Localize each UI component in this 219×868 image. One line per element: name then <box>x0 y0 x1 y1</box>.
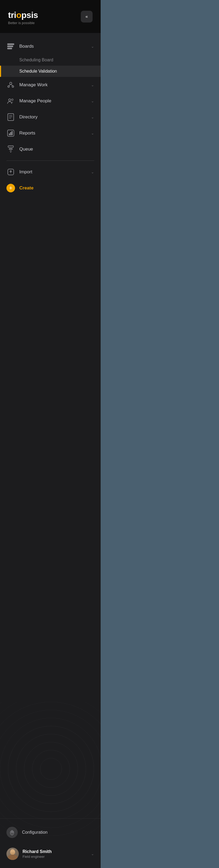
logo-dot: o <box>17 10 22 20</box>
chevron-down-icon: ⌄ <box>91 115 94 119</box>
chevron-down-icon: ⌄ <box>91 83 94 87</box>
svg-point-39 <box>11 832 13 833</box>
svg-point-43 <box>8 855 18 860</box>
queue-icon <box>6 145 15 154</box>
sidebar-item-import[interactable]: Import ⌄ <box>0 164 101 180</box>
manage-work-icon <box>6 81 15 89</box>
user-profile[interactable]: Richard Smith Field engineer ⌄ <box>6 845 94 863</box>
svg-rect-16 <box>10 132 11 135</box>
user-role: Field engineer <box>23 855 91 859</box>
svg-rect-15 <box>9 133 10 135</box>
svg-line-6 <box>8 84 11 86</box>
sidebar-item-scheduling-board[interactable]: Scheduling Board <box>0 54 101 66</box>
sidebar-item-import-label: Import <box>19 169 91 175</box>
sidebar-item-schedule-validation[interactable]: Schedule Validation <box>0 66 101 77</box>
user-name: Richard Smith <box>23 849 91 854</box>
create-plus-icon: + <box>6 184 15 192</box>
svg-point-8 <box>8 99 11 101</box>
create-button[interactable]: + Create <box>0 180 101 196</box>
sidebar-item-boards-label: Boards <box>19 44 91 49</box>
chevron-down-icon: ⌄ <box>91 131 94 135</box>
chevron-down-icon: ⌄ <box>91 852 94 856</box>
layers-icon <box>6 42 15 51</box>
gear-icon <box>6 827 18 838</box>
directory-icon <box>6 113 15 121</box>
svg-point-3 <box>10 82 12 84</box>
user-info: Richard Smith Field engineer <box>23 849 91 859</box>
sidebar-item-boards[interactable]: Boards ⌄ <box>0 38 101 54</box>
sidebar-footer: Configuration Richard Smith Field engine… <box>0 818 101 868</box>
chevron-down-icon: ⌄ <box>91 170 94 174</box>
svg-rect-10 <box>8 114 14 121</box>
logo: triopsis <box>8 11 38 19</box>
nav-divider <box>6 160 94 161</box>
sidebar-item-queue[interactable]: Queue <box>0 141 101 157</box>
logo-section: triopsis Better is possible <box>8 11 38 25</box>
svg-point-4 <box>8 86 9 87</box>
sidebar-item-manage-people-label: Manage People <box>19 98 91 104</box>
nav-section: Boards ⌄ Scheduling Board Schedule Valid… <box>0 33 101 818</box>
svg-rect-17 <box>11 131 12 135</box>
sidebar-item-queue-label: Queue <box>19 147 94 152</box>
svg-line-7 <box>11 84 13 86</box>
logo-tagline: Better is possible <box>8 21 35 25</box>
sidebar-item-manage-work[interactable]: Manage Work ⌄ <box>0 77 101 93</box>
sidebar-item-scheduling-board-label: Scheduling Board <box>19 58 53 62</box>
reports-icon <box>6 129 15 137</box>
svg-rect-0 <box>7 43 14 45</box>
configuration-item[interactable]: Configuration <box>6 824 94 841</box>
configuration-label: Configuration <box>22 830 48 835</box>
import-icon <box>6 168 15 176</box>
svg-point-9 <box>11 99 13 100</box>
avatar-image <box>6 848 19 860</box>
svg-rect-1 <box>7 45 13 47</box>
sidebar: triopsis Better is possible « Boards ⌄ S… <box>0 0 101 868</box>
avatar <box>6 848 19 860</box>
svg-rect-2 <box>7 48 12 49</box>
svg-rect-19 <box>9 148 12 150</box>
svg-point-5 <box>12 86 14 87</box>
sidebar-item-directory[interactable]: Directory ⌄ <box>0 109 101 125</box>
right-panel <box>101 0 219 868</box>
sidebar-header: triopsis Better is possible « <box>0 0 101 33</box>
sidebar-item-directory-label: Directory <box>19 114 91 120</box>
collapse-button[interactable]: « <box>81 11 92 23</box>
sidebar-item-manage-people[interactable]: Manage People ⌄ <box>0 93 101 109</box>
sidebar-item-manage-work-label: Manage Work <box>19 82 91 88</box>
create-label: Create <box>19 185 33 191</box>
sidebar-item-reports-label: Reports <box>19 130 91 136</box>
collapse-icon: « <box>86 14 88 19</box>
chevron-down-icon: ⌄ <box>91 44 94 49</box>
sidebar-item-reports[interactable]: Reports ⌄ <box>0 125 101 141</box>
manage-people-icon <box>6 97 15 105</box>
sidebar-item-schedule-validation-label: Schedule Validation <box>19 69 57 74</box>
svg-rect-18 <box>8 146 13 147</box>
chevron-down-icon: ⌄ <box>91 99 94 103</box>
